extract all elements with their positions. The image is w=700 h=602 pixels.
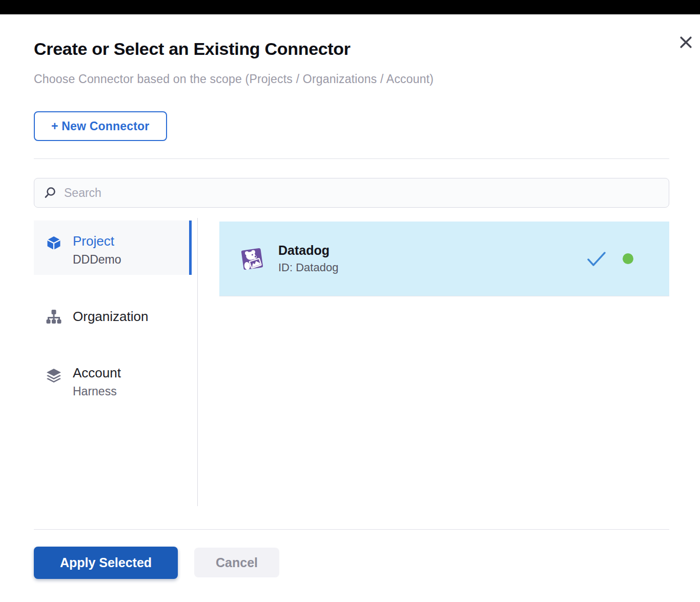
scope-texts: Account Harness <box>73 366 121 398</box>
scope-label: Project <box>73 234 121 249</box>
org-chart-icon <box>45 308 63 326</box>
connector-id: ID: Datadog <box>278 261 338 274</box>
connector-row-datadog[interactable]: Datadog ID: Datadog <box>219 222 669 296</box>
cube-icon <box>45 235 63 251</box>
datadog-logo <box>239 246 265 272</box>
top-bar <box>0 0 700 14</box>
search-box[interactable] <box>34 178 669 208</box>
scope-texts: Project DDDemo <box>73 234 121 267</box>
close-button[interactable] <box>676 33 695 51</box>
scope-sublabel: DDDemo <box>73 253 121 267</box>
scope-item-organization[interactable]: Organization <box>34 298 192 335</box>
connector-modal: Create or Select an Existing Connector C… <box>0 0 700 602</box>
divider-top <box>34 158 669 159</box>
connector-list: Datadog ID: Datadog <box>219 222 669 296</box>
status-dot <box>623 253 633 264</box>
scope-item-project[interactable]: Project DDDemo <box>34 220 192 275</box>
scope-label: Organization <box>73 309 148 325</box>
search-icon <box>44 186 57 199</box>
vertical-divider <box>197 218 198 506</box>
scope-item-account[interactable]: Account Harness <box>34 359 192 415</box>
selected-check-icon <box>586 251 607 267</box>
scope-sidebar: Project DDDemo Organization <box>34 220 192 415</box>
scope-texts: Organization <box>73 309 148 325</box>
scope-sublabel: Harness <box>73 385 121 398</box>
modal-subtitle: Choose Connector based on the scope (Pro… <box>34 72 434 86</box>
connector-texts: Datadog ID: Datadog <box>278 243 338 274</box>
close-icon <box>679 35 693 49</box>
layers-icon <box>45 367 63 384</box>
new-connector-button[interactable]: + New Connector <box>34 111 167 141</box>
search-input[interactable] <box>64 186 660 200</box>
connector-name: Datadog <box>278 243 338 258</box>
modal-title: Create or Select an Existing Connector <box>34 39 351 59</box>
cancel-button[interactable]: Cancel <box>194 548 279 577</box>
apply-selected-button[interactable]: Apply Selected <box>34 547 178 579</box>
divider-bottom <box>34 529 669 530</box>
scope-label: Account <box>73 366 121 381</box>
modal-content: Project DDDemo Organization <box>34 220 669 508</box>
